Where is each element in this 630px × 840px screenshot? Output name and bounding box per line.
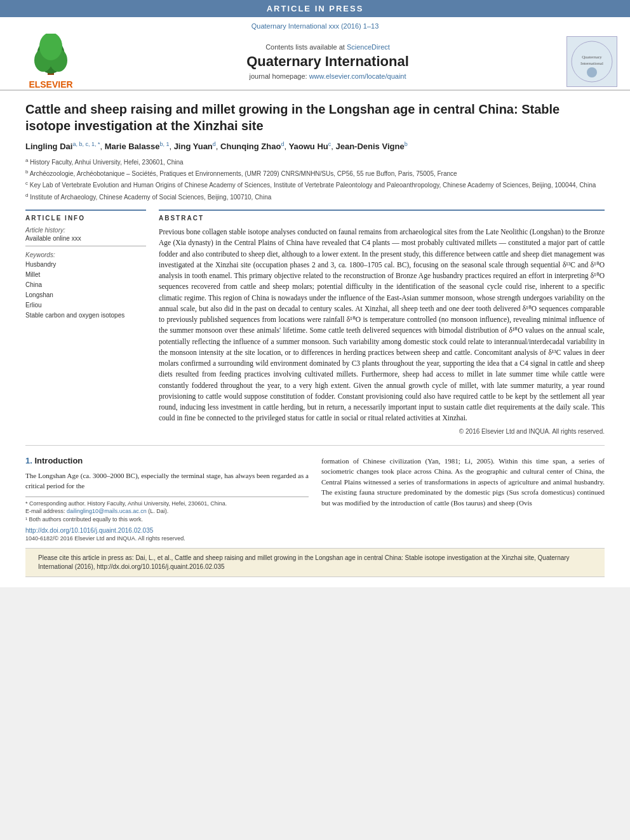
email-link[interactable]: dailingling10@mails.ucas.ac.cn [67,508,147,514]
elsevier-logo-right: Quaternary International [566,36,617,87]
affiliation-d: Institute of Archaeology, Chinese Academ… [30,194,271,201]
doi-link[interactable]: http://dx.doi.org/10.1016/j.quaint.2016.… [25,527,309,534]
article-info-abstract-section: ARTICLE INFO Article history: Available … [25,210,605,435]
keyword-1: Husbandry [25,260,146,270]
keyword-6: Stable carbon and oxygen isotopes [25,310,146,321]
journal-header: Quaternary International xxx (2016) 1–13… [0,17,630,91]
keyword-3: China [25,280,146,290]
intro-right-col: formation of Chinese civilization (Yan, … [321,456,605,542]
journal-ref-line: Quaternary International xxx (2016) 1–13 [13,22,617,30]
svg-point-4 [39,34,62,60]
left-col-divider [25,246,146,246]
svg-text:Quaternary: Quaternary [582,55,602,60]
author-2: Marie Balasse [105,142,160,151]
journal-main-title: Quaternary International [89,53,566,70]
intro-heading-text: Introduction [34,456,83,465]
citation-bar: Please cite this article in press as: Da… [25,548,605,577]
abstract-text: Previous bone collagen stable isotope an… [159,227,605,424]
elsevier-tree-icon [25,34,76,78]
contents-line: Contents lists available at ScienceDirec… [89,43,566,51]
affiliation-c: Key Lab of Vertebrate Evolution and Huma… [30,182,596,189]
introduction-section: 1. Introduction The Longshan Age (ca. 30… [25,456,605,542]
elsevier-logo-left: ELSEVIER [13,34,89,90]
keywords-label: Keywords: [25,251,146,258]
article-info-heading: ARTICLE INFO [25,215,146,222]
journal-homepage-line: journal homepage: www.elsevier.com/locat… [89,72,566,80]
author-1: Lingling Dai [25,142,72,151]
journal-homepage-link[interactable]: www.elsevier.com/locate/quaint [309,72,406,80]
affiliation-a: History Faculty, Anhui University, Hefei… [30,159,183,166]
author-5: Yaowu Hu [289,142,328,151]
sciencedirect-link[interactable]: ScienceDirect [347,43,390,51]
article-history-value: Available online xxx [25,235,146,242]
authors-line: Lingling Daia, b, c, 1, *, Marie Balasse… [25,140,605,153]
svg-text:International: International [580,61,603,66]
intro-para-left: The Longshan Age (ca. 3000–2000 BC), esp… [25,470,309,491]
article-in-press-banner: ARTICLE IN PRESS [0,0,630,17]
affiliation-b: Archéozoologie, Archéobotanique – Sociét… [30,170,457,177]
author-3: Jing Yuan [174,142,213,151]
affiliations: a History Faculty, Anhui University, Hef… [25,157,605,202]
intro-left-col: 1. Introduction The Longshan Age (ca. 30… [25,456,309,542]
copyright-line: © 2016 Elsevier Ltd and INQUA. All right… [159,428,605,435]
section-divider-1 [25,445,605,446]
intro-para-right: formation of Chinese civilization (Yan, … [321,456,605,509]
abstract-column: ABSTRACT Previous bone collagen stable i… [159,210,605,435]
author-4: Chunqing Zhao [220,142,281,151]
author-6: Jean-Denis Vigne [335,142,404,151]
footnote-note1: ¹ Both authors contributed equally to th… [25,516,309,524]
journal-title-center: Contents lists available at ScienceDirec… [89,43,566,80]
issn-line: 1040-6182/© 2016 Elsevier Ltd and INQUA.… [25,535,309,542]
intro-heading: 1. Introduction [25,456,309,465]
abstract-heading: ABSTRACT [159,215,605,222]
footnote-email: E-mail address: dailingling10@mails.ucas… [25,507,309,516]
main-content: Cattle and sheep raising and millet grow… [0,91,630,587]
intro-number: 1. [25,456,32,465]
footnotes: * Corresponding author. History Faculty,… [25,497,309,524]
article-info-column: ARTICLE INFO Article history: Available … [25,210,146,435]
keyword-5: Erliou [25,300,146,310]
footnote-corresponding: * Corresponding author. History Faculty,… [25,500,309,508]
svg-point-8 [587,67,597,77]
elsevier-label: ELSEVIER [29,79,72,90]
keyword-4: Longshan [25,290,146,300]
article-history-label: Article history: [25,227,146,234]
article-title: Cattle and sheep raising and millet grow… [25,101,605,134]
keyword-2: Millet [25,270,146,280]
keywords-list: Husbandry Millet China Longshan Erliou S… [25,260,146,321]
